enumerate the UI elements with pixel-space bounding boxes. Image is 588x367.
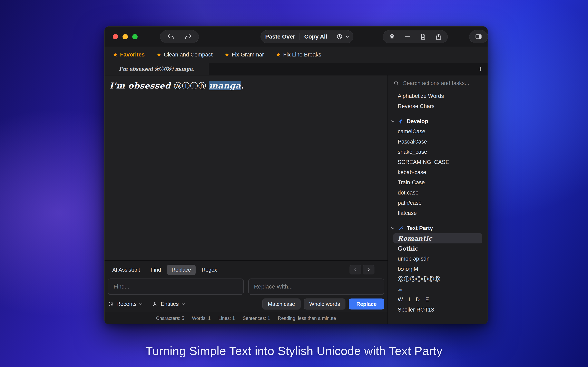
status-reading-time: Reading: less than a minute — [278, 316, 336, 321]
editor-text-segment-circled: ⓌⒾⓉⓗ — [174, 82, 209, 90]
action-item-mirrored[interactable]: bɘɿoɿɿiM — [388, 264, 488, 274]
action-label: Spoiler ROT13 — [398, 307, 434, 313]
close-window-button[interactable] — [113, 34, 118, 39]
hammer-icon — [398, 118, 404, 124]
chevron-down-icon — [345, 34, 350, 39]
tab-bar: I'm obsessed ⓌⒾⓉⓗ manga. + — [104, 63, 488, 75]
zoom-window-button[interactable] — [132, 34, 138, 39]
find-options-row: Recents Entities — [108, 299, 384, 309]
status-characters: Characters: 5 — [156, 316, 184, 321]
clock-icon — [336, 33, 343, 41]
history-menu-button[interactable] — [332, 30, 353, 43]
titlebar: Paste Over Copy All — [104, 26, 488, 47]
toggle-sidebar-button[interactable] — [471, 30, 486, 43]
sidebar-toggle-group — [469, 30, 488, 43]
chevron-right-icon — [366, 267, 371, 272]
action-item-wide[interactable]: W I D E — [388, 294, 488, 305]
action-item-gothic[interactable]: Gothic — [388, 243, 488, 254]
group-text-party[interactable]: Text Party — [388, 223, 488, 233]
find-input[interactable] — [108, 278, 244, 295]
content-area: I'm obsessed ⓌⒾⓉⓗ manga. AI Assistant Fi… — [104, 75, 488, 324]
search-input[interactable] — [403, 80, 482, 86]
redo-button[interactable] — [180, 30, 196, 43]
action-item-upside-down[interactable]: umop ǝpısdn — [388, 254, 488, 264]
caption-text: Turning Simple Text into Stylish Unicode… — [0, 344, 588, 358]
tab-replace[interactable]: Replace — [167, 265, 195, 275]
whole-words-toggle[interactable]: Whole words — [304, 299, 346, 309]
action-item-reverse-chars[interactable]: Reverse Chars — [388, 101, 488, 111]
status-sentences: Sentences: 1 — [242, 316, 270, 321]
favorite-label: Fix Grammar — [232, 52, 264, 58]
recents-label: Recents — [116, 301, 137, 307]
action-item-circled[interactable]: ⒸⒾⓇⒸⓁⒺⒹ — [388, 274, 488, 284]
action-item-kebab-case[interactable]: kebab-case — [388, 167, 488, 177]
replace-button[interactable]: Replace — [349, 299, 384, 309]
paste-copy-group: Paste Over Copy All — [260, 30, 354, 43]
action-item-camelcase[interactable]: camelCase — [388, 126, 488, 137]
action-item-pascalcase[interactable]: PascalCase — [388, 137, 488, 147]
actions-sidebar: Alphabetize Words Reverse Chars — [388, 75, 488, 324]
group-develop[interactable]: Develop — [388, 116, 488, 126]
action-label: camelCase — [398, 128, 425, 135]
favorite-fix-line-breaks[interactable]: ★ Fix Line Breaks — [276, 52, 321, 58]
action-item-train-case[interactable]: Train-Case — [388, 177, 488, 188]
action-label: Train-Case — [398, 179, 425, 186]
tab-bar-spacer — [209, 63, 473, 75]
tab-title: I'm obsessed ⓌⒾⓉⓗ manga. — [119, 66, 194, 72]
group-label: Develop — [407, 118, 428, 125]
document-download-icon — [419, 33, 427, 41]
action-label: bɘɿoɿɿiM — [398, 266, 418, 272]
chevron-left-icon — [353, 267, 358, 272]
import-file-button[interactable] — [415, 30, 431, 43]
status-lines: Lines: 1 — [218, 316, 235, 321]
action-item-snake-case[interactable]: snake_case — [388, 147, 488, 157]
entities-label: Entities — [161, 301, 179, 307]
action-label: ⒸⒾⓇⒸⓁⒺⒹ — [398, 275, 441, 283]
next-match-button[interactable] — [363, 265, 374, 275]
traffic-lights — [113, 34, 138, 39]
find-options-right: Match case Whole words Replace — [262, 299, 384, 309]
find-panel-tabs-row: AI Assistant Find Replace Regex — [108, 264, 384, 275]
undo-button[interactable] — [163, 30, 179, 43]
action-item-path-case[interactable]: path/case — [388, 198, 488, 208]
action-item-alphabetize-words[interactable]: Alphabetize Words — [388, 91, 488, 101]
add-tab-button[interactable]: + — [473, 63, 488, 75]
copy-all-button[interactable]: Copy All — [300, 30, 332, 43]
favorite-fix-grammar[interactable]: ★ Fix Grammar — [224, 52, 264, 58]
find-options-left: Recents Entities — [108, 301, 185, 307]
action-item-dot-case[interactable]: dot.case — [388, 188, 488, 198]
chevron-down-icon — [391, 119, 395, 123]
person-icon — [152, 301, 158, 307]
status-bar: Characters: 5 Words: 1 Lines: 1 Sentence… — [104, 312, 388, 324]
favorite-clean-and-compact[interactable]: ★ Clean and Compact — [156, 52, 213, 58]
delete-button[interactable] — [384, 30, 400, 43]
text-editor[interactable]: I'm obsessed ⓌⒾⓉⓗ manga. — [104, 75, 388, 260]
tab-find[interactable]: Find — [146, 265, 165, 275]
chevron-down-icon — [181, 302, 185, 306]
paste-over-button[interactable]: Paste Over — [261, 30, 300, 43]
document-tab[interactable]: I'm obsessed ⓌⒾⓉⓗ manga. — [104, 63, 209, 75]
entities-menu-button[interactable]: Entities — [152, 301, 185, 307]
action-item-flatcase[interactable]: flatcase — [388, 208, 488, 218]
minimize-window-button[interactable] — [122, 34, 128, 39]
actions-list: Alphabetize Words Reverse Chars — [388, 91, 488, 324]
favorites-tab[interactable]: ★ Favorites — [113, 52, 145, 58]
action-item-tiny[interactable]: tiny — [388, 284, 488, 294]
action-label: flatcase — [398, 210, 417, 216]
clear-button[interactable] — [400, 30, 415, 43]
action-label: kebab-case — [398, 169, 426, 175]
action-item-spoiler-rot13[interactable]: Spoiler ROT13 — [388, 305, 488, 315]
previous-match-button[interactable] — [350, 265, 361, 275]
match-case-toggle[interactable]: Match case — [262, 299, 301, 309]
editor-text-segment: I'm obsessed — [109, 81, 174, 90]
action-item-romantic[interactable]: Romantic — [393, 233, 482, 243]
share-button[interactable] — [431, 30, 446, 43]
action-item-screaming-case[interactable]: SCREAMING_CASE — [388, 157, 488, 167]
tab-ai-assistant[interactable]: AI Assistant — [108, 265, 145, 275]
sidebar-toggle-icon — [474, 33, 483, 41]
recents-menu-button[interactable]: Recents — [108, 301, 143, 307]
sidebar-search — [388, 75, 488, 91]
tab-regex[interactable]: Regex — [197, 265, 222, 275]
favorite-label: Fix Line Breaks — [283, 52, 321, 58]
replace-input[interactable] — [248, 278, 384, 295]
